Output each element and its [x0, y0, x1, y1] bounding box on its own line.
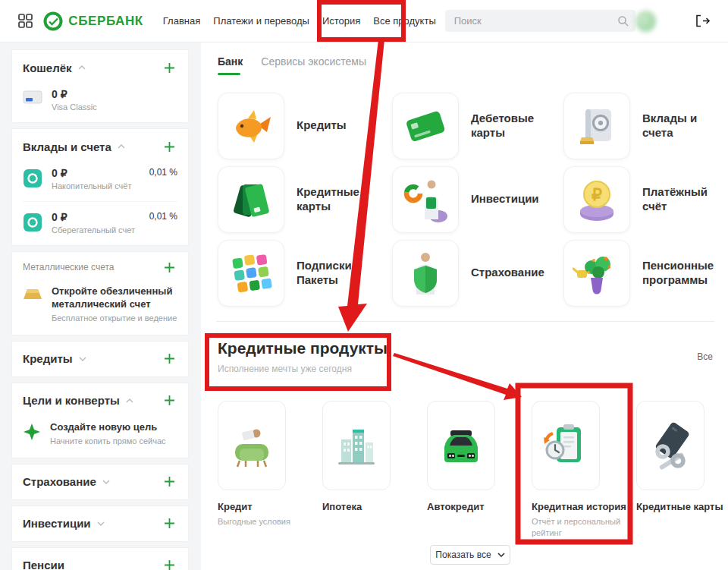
- search-icon: [617, 15, 629, 30]
- product-tile-subscriptions[interactable]: Подписки и Пакеты: [218, 236, 392, 310]
- account-balance: 0 ₽: [52, 167, 131, 179]
- credit-item-credit-history[interactable]: Кредитная история Отчёт и персональный р…: [532, 401, 636, 539]
- app-tiles-icon: [218, 240, 284, 307]
- nav-item-home[interactable]: Главная: [163, 15, 200, 27]
- section-title: Кошелёк: [23, 61, 72, 74]
- sberbank-logo[interactable]: СБЕРБАНК: [43, 11, 143, 31]
- metal-section-header[interactable]: Металлические счета: [23, 252, 177, 282]
- safe-account-icon: [23, 168, 42, 188]
- chevron-down-icon: [79, 357, 86, 361]
- safe-icon: [563, 93, 630, 159]
- add-investment-button[interactable]: [162, 515, 177, 531]
- tab-ecosystem-services[interactable]: Сервисы экосистемы: [261, 55, 366, 75]
- top-header: СБЕРБАНК Главная Платежи и переводы Исто…: [0, 0, 728, 42]
- debit-card-icon: [392, 93, 459, 159]
- credits-section: Кредиты: [11, 341, 189, 377]
- section-title: Вклады и счета: [23, 140, 111, 153]
- section-title: Страхование: [23, 475, 96, 488]
- wallet-section: Кошелёк 0 ₽ Visa Classic: [11, 49, 189, 123]
- chevron-up-icon: [118, 144, 125, 149]
- pensions-section-header[interactable]: Пенсии: [23, 548, 177, 570]
- apps-grid-icon[interactable]: [18, 14, 33, 29]
- logout-icon[interactable]: [695, 14, 710, 27]
- account-balance: 0 ₽: [52, 211, 135, 223]
- cards-fan-icon: [218, 166, 284, 233]
- goal-star-icon: [23, 423, 41, 441]
- user-avatar[interactable]: [635, 11, 656, 32]
- insurance-section: Страхование: [11, 464, 189, 500]
- brand-name: СБЕРБАНК: [68, 14, 143, 29]
- chevron-down-icon: [102, 480, 110, 484]
- insurance-section-header[interactable]: Страхование: [23, 465, 177, 499]
- see-all-link[interactable]: Все: [697, 351, 713, 362]
- sberbank-online-page: СБЕРБАНК Главная Платежи и переводы Исто…: [0, 0, 728, 570]
- product-tile-deposits[interactable]: Вклады и счета: [563, 89, 721, 162]
- tab-bank[interactable]: Банк: [218, 55, 243, 75]
- product-tile-investments[interactable]: Инвестиции: [392, 162, 563, 236]
- credit-products-subtitle: Исполнение мечты уже сегодня: [218, 364, 714, 374]
- goals-section: Цели и конверты Создайте новую цель Начн…: [11, 383, 189, 458]
- account-name: Сберегательный счет: [52, 225, 135, 235]
- credits-section-header[interactable]: Кредиты: [23, 342, 177, 376]
- nav-item-history[interactable]: История: [322, 15, 360, 27]
- content-tabs: Банк Сервисы экосистемы: [218, 55, 366, 75]
- account-row[interactable]: 0 ₽ Сберегательный счет 0,01 %: [23, 201, 177, 245]
- product-tile-insurance[interactable]: Страхование: [392, 236, 563, 310]
- chevron-down-icon: [97, 521, 105, 526]
- buildings-icon: [322, 401, 391, 490]
- search-input[interactable]: [445, 10, 635, 32]
- credit-item-mortgage[interactable]: Ипотека: [322, 401, 427, 539]
- offer-subtitle: Начните копить прямо сейчас: [50, 436, 177, 446]
- card-percent-icon: [636, 401, 704, 490]
- investments-section-header[interactable]: Инвестиции: [23, 506, 177, 541]
- credit-products-row: Кредит Выгодные условия: [218, 401, 728, 539]
- deposits-section-header[interactable]: Вклады и счета: [23, 129, 177, 164]
- wallet-section-header[interactable]: Кошелёк: [23, 50, 177, 85]
- credit-item-auto-loan[interactable]: Автокредит: [427, 401, 532, 539]
- pensions-section: Пенсии: [11, 547, 189, 570]
- add-insurance-button[interactable]: [162, 474, 177, 490]
- credit-item-loan[interactable]: Кредит Выгодные условия: [218, 401, 322, 539]
- card-balance: 0 ₽: [52, 88, 97, 100]
- add-deposit-button[interactable]: [162, 139, 177, 155]
- section-divider: [216, 321, 714, 322]
- product-tile-credits[interactable]: Кредиты: [218, 89, 392, 162]
- ruble-coin-icon: ₽: [563, 166, 630, 233]
- metal-accounts-section: Металлические счета Откройте обезличенны…: [11, 251, 189, 335]
- add-pension-button[interactable]: [162, 557, 177, 570]
- nav-item-all-products[interactable]: Все продукты: [373, 15, 435, 27]
- wallet-card-row[interactable]: 0 ₽ Visa Classic: [23, 85, 177, 122]
- credit-products-header: Кредитные продукты Исполнение мечты уже …: [218, 339, 714, 374]
- show-all-button[interactable]: Показать все: [430, 545, 510, 565]
- nav-item-payments[interactable]: Платежи и переводы: [213, 15, 309, 27]
- products-grid: Кредиты Дебетовые карты: [218, 89, 721, 310]
- card-name: Visa Classic: [52, 102, 97, 112]
- investments-section: Инвестиции: [11, 505, 189, 542]
- add-metal-account-button[interactable]: [162, 260, 177, 276]
- product-tile-payment-account[interactable]: ₽ Платёжный счёт: [563, 162, 721, 236]
- add-goal-button[interactable]: [162, 392, 177, 408]
- main-content: Банк Сервисы экосистемы Кредиты: [201, 42, 728, 570]
- section-title: Металлические счета: [23, 262, 114, 272]
- section-title: Инвестиции: [23, 517, 91, 530]
- product-tile-credit-cards[interactable]: Кредитные карты: [218, 162, 392, 236]
- product-tile-debit-cards[interactable]: Дебетовые карты: [392, 89, 563, 162]
- goals-section-header[interactable]: Цели и конверты: [23, 383, 177, 418]
- add-credit-button[interactable]: [162, 351, 177, 367]
- main-nav: Главная Платежи и переводы История Все п…: [163, 15, 436, 27]
- gold-ingot-icon: [23, 288, 42, 301]
- section-title: Цели и конверты: [23, 394, 120, 407]
- credit-item-credit-cards[interactable]: Кредитные карты: [636, 401, 728, 539]
- section-title: Кредиты: [23, 352, 73, 365]
- person-armchair-icon: [218, 401, 286, 490]
- metal-offer[interactable]: Откройте обезличенный металлический счет…: [23, 282, 177, 335]
- safe-account-icon: [23, 213, 42, 232]
- account-row[interactable]: 0 ₽ Накопительный счёт 0,01 %: [23, 164, 177, 201]
- product-tile-pension-programs[interactable]: Пенсионные программы: [563, 236, 721, 310]
- flowers-vase-icon: [563, 240, 630, 307]
- goal-offer[interactable]: Создайте новую цель Начните копить прямо…: [23, 418, 177, 458]
- investor-donut-chart-icon: [392, 166, 459, 233]
- sidebar: Кошелёк 0 ₽ Visa Classic Вклады и счета: [0, 42, 201, 570]
- add-wallet-button[interactable]: [162, 60, 177, 76]
- sber-checkmark-icon: [43, 11, 63, 31]
